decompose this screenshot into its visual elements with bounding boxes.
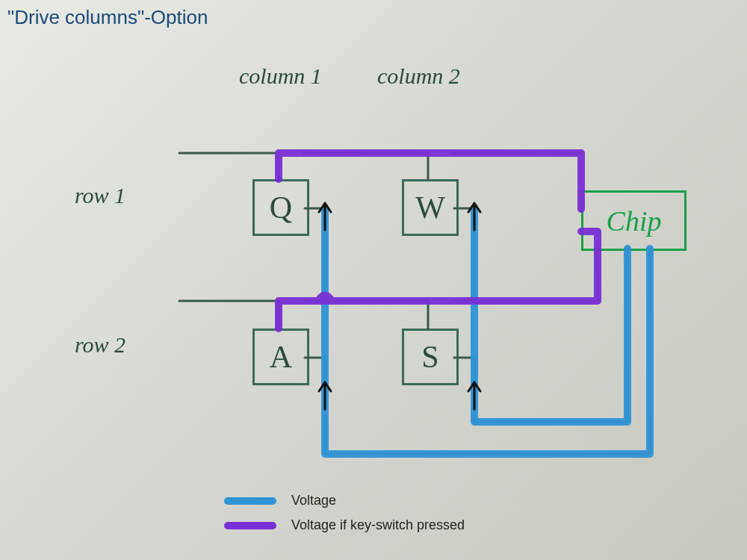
column1-label: column 1 [239, 63, 322, 89]
key-W: W [402, 179, 459, 236]
page-title: "Drive columns"-Option [7, 6, 208, 29]
legend-voltage-pressed-swatch [224, 522, 276, 529]
diode-s-icon [472, 388, 478, 405]
legend-voltage-swatch [224, 497, 276, 505]
column2-label: column 2 [377, 63, 460, 89]
key-A: A [252, 329, 309, 385]
row1-label: row 1 [75, 183, 125, 208]
diode-w-icon [472, 209, 478, 225]
legend-voltage-pressed-label: Voltage if key-switch pressed [291, 517, 465, 533]
legend-voltage: Voltage [224, 493, 465, 508]
row2-label: row 2 [75, 332, 125, 358]
diode-q-icon [323, 209, 329, 225]
key-Q: Q [252, 179, 309, 236]
diode-a-icon [323, 388, 329, 405]
key-S: S [402, 329, 459, 385]
legend-voltage-label: Voltage [291, 493, 336, 508]
legend-voltage-pressed: Voltage if key-switch pressed [224, 517, 465, 533]
wiring-overlay [0, 0, 747, 560]
legend: Voltage Voltage if key-switch pressed [224, 493, 465, 542]
chip-box: Chip [581, 190, 686, 251]
